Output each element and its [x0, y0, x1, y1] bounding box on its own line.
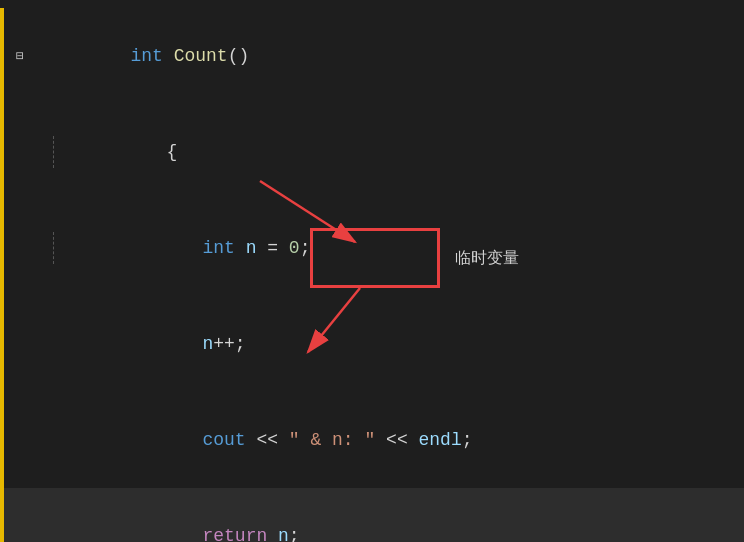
code-line-2: { — [0, 104, 744, 200]
keyword-int: int — [130, 46, 162, 66]
line-content: { — [4, 104, 744, 200]
line-content: ⊟ int Count() — [4, 8, 744, 104]
line-content: return n; — [4, 488, 744, 542]
code-text: int Count() — [36, 8, 249, 104]
code-text: return n; — [36, 488, 300, 542]
code-text: { — [72, 104, 177, 200]
code-line-4: n++; — [0, 296, 744, 392]
code-text: int n = 0; — [72, 200, 310, 296]
collapse-icon[interactable]: ⊟ — [16, 48, 24, 64]
code-editor: ⊟ int Count() { int n = — [0, 0, 744, 542]
code-line-5: cout << " & n: " << endl; — [0, 392, 744, 488]
code-line-3: int n = 0; — [0, 200, 744, 296]
line-content: n++; — [4, 296, 744, 392]
function-name: Count — [174, 46, 228, 66]
line-content: int n = 0; — [4, 200, 744, 296]
code-line-1: ⊟ int Count() — [0, 8, 744, 104]
code-text: n++; — [36, 296, 246, 392]
code-line-6: return n; — [0, 488, 744, 542]
code-text: cout << " & n: " << endl; — [36, 392, 473, 488]
line-content: cout << " & n: " << endl; — [4, 392, 744, 488]
brace-open: { — [166, 142, 177, 162]
